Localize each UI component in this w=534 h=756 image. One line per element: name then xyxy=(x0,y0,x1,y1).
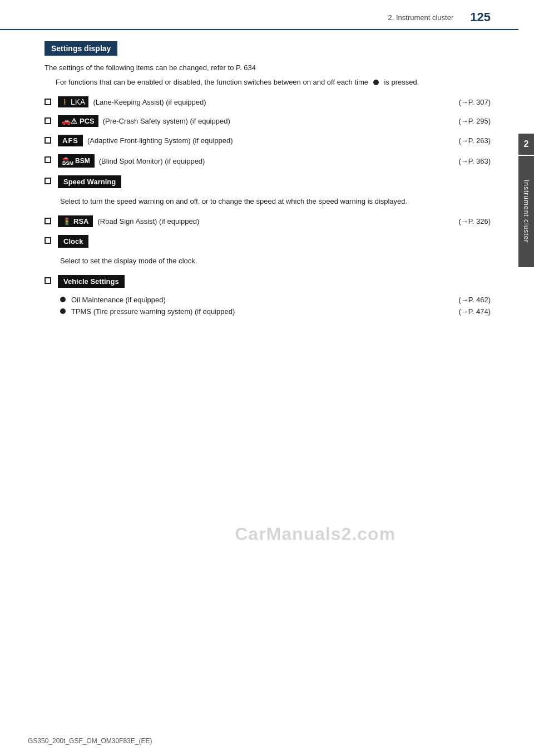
chapter-number-tab: 2 xyxy=(518,134,534,155)
lka-person-icon: 🚶 xyxy=(61,99,69,106)
rsa-label: RSA xyxy=(73,217,88,225)
section-title: 2. Instrument cluster xyxy=(388,13,454,22)
pcs-sub-symbols: 🚗⚠ xyxy=(62,117,77,125)
watermark: CarManuals2.com xyxy=(235,524,395,544)
intro-text-2: For functions that can be enabled or dis… xyxy=(56,77,491,88)
lka-icon-badge: 🚶 LKA xyxy=(58,96,88,107)
rsa-icon-badge: 🚦 RSA xyxy=(58,215,93,227)
list-bullet-pcs xyxy=(44,117,51,124)
afs-description: (Adaptive Front-lighting System) (if equ… xyxy=(87,136,458,145)
list-bullet-afs xyxy=(44,137,51,144)
speed-warning-description: Select to turn the speed warning on and … xyxy=(60,196,491,208)
lka-label: LKA xyxy=(71,97,85,106)
oil-maintenance-text: Oil Maintenance (if equipped) xyxy=(71,296,458,304)
page-number: 125 xyxy=(470,10,491,24)
lka-description: (Lane-Keeping Assist) (if equipped) xyxy=(93,98,458,106)
list-bullet-bsm xyxy=(44,156,51,163)
vehicle-settings-item-2: TPMS (Tire pressure warning system) (if … xyxy=(60,307,491,316)
page-header: 2. Instrument cluster 125 xyxy=(0,0,518,30)
list-bullet-vehicle-settings xyxy=(44,277,51,284)
pcs-description: (Pre-Crash Safety system) (if equipped) xyxy=(103,117,459,125)
tpms-page: (→P. 474) xyxy=(458,307,491,316)
feature-item-rsa: 🚦 RSA (Road Sign Assist) (if equipped) (… xyxy=(44,215,491,227)
list-bullet-speed-warning xyxy=(44,178,51,184)
pcs-icon-badge: 🚗⚠ PCS xyxy=(58,115,98,127)
vehicle-settings-item-1: Oil Maintenance (if equipped) (→P. 462) xyxy=(60,296,491,304)
bullet-indicator xyxy=(373,80,379,85)
lka-page-ref: (→P. 307) xyxy=(458,98,491,106)
main-content: Settings display The settings of the fol… xyxy=(0,30,518,341)
tpms-text: TPMS (Tire pressure warning system) (if … xyxy=(71,307,458,316)
feature-item-bsm: 🚗BSM BSM (Blind Spot Monitor) (if equipp… xyxy=(44,154,491,168)
clock-description: Select to set the display mode of the cl… xyxy=(60,256,491,267)
sub-item-dot-2 xyxy=(60,308,66,314)
bsm-icon-badge: 🚗BSM BSM xyxy=(58,154,95,168)
feature-item-lka: 🚶 LKA (Lane-Keeping Assist) (if equipped… xyxy=(44,96,491,107)
feature-item-afs: AFS (Adaptive Front-lighting System) (if… xyxy=(44,135,491,146)
afs-page-ref: (→P. 263) xyxy=(458,136,491,145)
settings-display-header: Settings display xyxy=(44,41,117,56)
rsa-symbol: 🚦 xyxy=(62,217,71,225)
feature-item-vehicle-settings: Vehicle Settings xyxy=(44,275,491,288)
pcs-label: PCS xyxy=(80,117,95,125)
oil-maintenance-page: (→P. 462) xyxy=(458,296,491,304)
bsm-sub-label: 🚗BSM xyxy=(62,156,73,166)
sidebar-label: Instrument cluster xyxy=(518,156,534,267)
speed-warning-badge: Speed Warning xyxy=(58,175,121,188)
vehicle-settings-badge: Vehicle Settings xyxy=(58,275,125,288)
bsm-description: (Blind Spot Monitor) (if equipped) xyxy=(99,157,459,165)
list-bullet-clock xyxy=(44,237,51,244)
intro-text-1: The settings of the following items can … xyxy=(44,62,491,73)
feature-item-speed-warning: Speed Warning xyxy=(44,175,491,188)
rsa-description: (Road Sign Assist) (if equipped) xyxy=(97,217,458,225)
clock-badge: Clock xyxy=(58,235,88,248)
afs-icon-badge: AFS xyxy=(58,135,83,146)
feature-item-pcs: 🚗⚠ PCS (Pre-Crash Safety system) (if equ… xyxy=(44,115,491,127)
bsm-label: BSM xyxy=(75,157,90,165)
list-bullet-rsa xyxy=(44,218,51,224)
list-bullet-lka xyxy=(44,99,51,105)
pcs-page-ref: (→P. 295) xyxy=(458,117,491,125)
sub-item-dot-1 xyxy=(60,297,66,302)
bsm-page-ref: (→P. 363) xyxy=(458,157,491,165)
page-footer: GS350_200t_GSF_OM_OM30F83E_(EE) xyxy=(28,737,152,745)
rsa-page-ref: (→P. 326) xyxy=(458,217,491,225)
feature-item-clock: Clock xyxy=(44,235,491,248)
